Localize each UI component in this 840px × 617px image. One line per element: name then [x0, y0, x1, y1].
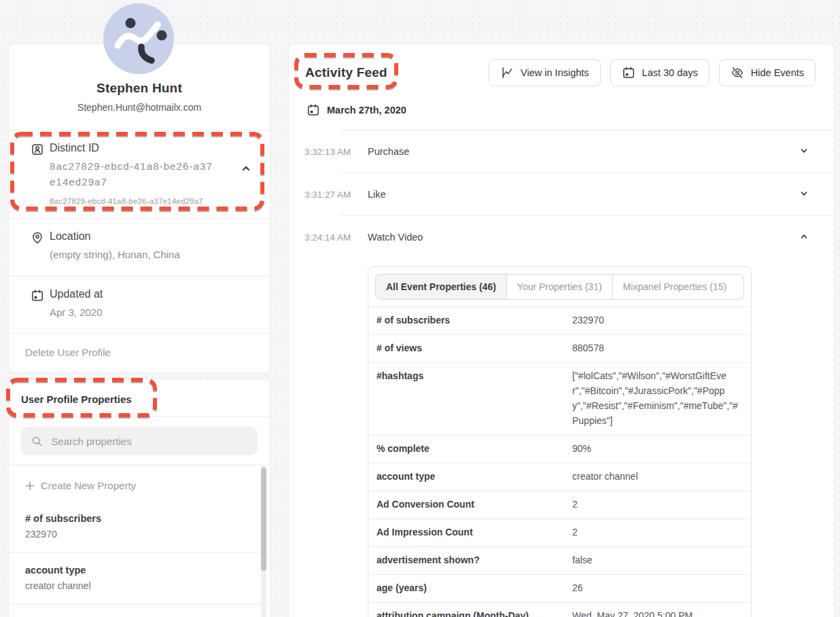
- event-property-row: # of subscribers 232970: [368, 306, 751, 334]
- property-list-item[interactable]: # of subscribers 232970: [9, 501, 270, 552]
- event-expand-button[interactable]: [797, 187, 811, 202]
- event-row-watch-video[interactable]: 3:24:14 AM Watch Video: [289, 216, 834, 258]
- event-time: 3:31:27 AM: [289, 190, 368, 200]
- event-property-value: 880578: [572, 341, 743, 356]
- updated-at-content: Updated at Apr 3, 2020: [50, 288, 103, 321]
- event-time: 3:32:13 AM: [289, 147, 368, 157]
- user-profile-properties-card: User Profile Properties Create New Prope…: [8, 378, 270, 617]
- view-in-insights-label: View in Insights: [521, 67, 589, 78]
- distinct-id-value: 8ac27829-ebcd-41a8-be26-a37e14ed29a7: [50, 159, 214, 190]
- insights-chart-icon: [500, 66, 514, 80]
- user-name: Stephen Hunt: [22, 81, 256, 96]
- location-section: Location (empty string), Hunan, China: [9, 219, 270, 276]
- user-profile-card: Stephen Hunt Stephen.Hunt@hotmailx.com D…: [8, 43, 270, 373]
- event-property-key: age (years): [377, 581, 572, 596]
- event-property-value: 232970: [572, 313, 743, 328]
- event-property-value: 2: [572, 525, 743, 540]
- event-property-value: 26: [572, 581, 743, 596]
- tab-mixpanel-properties[interactable]: Mixpanel Properties (15): [613, 275, 737, 299]
- id-badge-icon: [31, 142, 44, 205]
- event-name: Watch Video: [368, 232, 423, 243]
- event-property-row: age (years) 26: [368, 574, 751, 602]
- activity-feed-header: Activity Feed View in Insights Last 30 d…: [289, 44, 834, 86]
- property-name: account type: [25, 565, 243, 576]
- event-property-key: attribution campaign (Month-Day): [377, 609, 572, 617]
- event-property-value: false: [572, 553, 743, 568]
- user-email: Stephen.Hunt@hotmailx.com: [22, 102, 256, 113]
- event-property-key: #hashtags: [377, 369, 572, 384]
- tab-all-event-properties[interactable]: All Event Properties (46): [376, 275, 507, 299]
- distinct-id-subvalue: 8ac27829-ebcd-41a8-be26-a37e14ed29a7: [50, 197, 214, 205]
- distinct-id-content: Distinct ID 8ac27829-ebcd-41a8-be26-a37e…: [50, 142, 214, 205]
- hide-events-label: Hide Events: [751, 67, 804, 78]
- updated-at-section: Updated at Apr 3, 2020: [9, 277, 270, 334]
- divider: [9, 604, 270, 605]
- event-expand-button[interactable]: [797, 144, 811, 159]
- create-new-property-label: Create New Property: [41, 480, 136, 491]
- event-name: Purchase: [368, 146, 409, 157]
- activity-feed-actions: View in Insights Last 30 days Hide Event…: [489, 59, 816, 86]
- event-row-purchase[interactable]: 3:32:13 AM Purchase: [289, 130, 834, 173]
- activity-feed-card: Activity Feed View in Insights Last 30 d…: [288, 43, 835, 617]
- event-time: 3:24:14 AM: [289, 232, 368, 243]
- last-30-days-button[interactable]: Last 30 days: [610, 59, 710, 86]
- event-property-key: Ad Impression Count: [377, 525, 572, 540]
- event-collapse-button[interactable]: [797, 230, 811, 245]
- updated-at-label: Updated at: [50, 288, 103, 300]
- property-value: 232970: [25, 529, 243, 540]
- event-properties-panel: All Event Properties (46) Your Propertie…: [368, 266, 752, 617]
- properties-panel-title: User Profile Properties: [9, 379, 270, 417]
- chevron-up-icon: [241, 163, 251, 174]
- location-value: (empty string), Hunan, China: [50, 247, 180, 263]
- event-property-row: #hashtags ["#lolCats","#Wilson","#WorstG…: [368, 362, 751, 435]
- event-property-key: % complete: [377, 442, 572, 457]
- event-property-key: advertisement shown?: [377, 553, 572, 568]
- feed-date-row: March 27th, 2020: [289, 86, 834, 117]
- search-properties-input[interactable]: [50, 435, 247, 448]
- plus-icon: [25, 481, 35, 491]
- user-avatar: [103, 3, 174, 74]
- delete-user-profile-link[interactable]: Delete User Profile: [9, 334, 270, 372]
- event-property-key: account type: [377, 470, 572, 484]
- calendar-icon: [622, 66, 635, 80]
- chevron-down-icon: [799, 145, 809, 156]
- calendar-icon: [31, 288, 44, 321]
- property-list-item[interactable]: account type creator channel: [9, 553, 270, 604]
- event-property-row: Ad Impression Count 2: [368, 518, 751, 546]
- chevron-up-icon: [799, 231, 809, 242]
- feed-date-label: March 27th, 2020: [327, 105, 406, 116]
- location-pin-icon: [31, 230, 44, 263]
- event-property-row: # of views 880578: [368, 334, 751, 362]
- mixpanel-user-profile-page: { "profile": { "name": "Stephen Hunt", "…: [0, 0, 840, 617]
- properties-scrollbar-thumb[interactable]: [261, 468, 266, 571]
- event-row-like[interactable]: 3:31:27 AM Like: [289, 173, 834, 215]
- create-new-property-button[interactable]: Create New Property: [9, 465, 270, 501]
- property-name: # of subscribers: [25, 513, 243, 524]
- event-property-key: # of subscribers: [377, 313, 572, 328]
- hide-events-button[interactable]: Hide Events: [719, 59, 816, 86]
- event-name: Like: [368, 189, 386, 200]
- distinct-id-section: Distinct ID 8ac27829-ebcd-41a8-be26-a37e…: [9, 130, 270, 218]
- properties-list: Create New Property # of subscribers 232…: [9, 465, 270, 605]
- event-property-key: # of views: [377, 341, 572, 356]
- event-property-value: Wed, May 27, 2020 5:00 PM: [572, 609, 743, 617]
- distinct-id-label: Distinct ID: [50, 142, 214, 154]
- event-property-value: creator channel: [572, 470, 743, 484]
- event-property-value: 2: [572, 497, 743, 512]
- view-in-insights-button[interactable]: View in Insights: [489, 59, 600, 86]
- eye-off-icon: [731, 66, 744, 80]
- last-30-days-label: Last 30 days: [642, 67, 698, 78]
- event-property-row: account type creator channel: [368, 463, 751, 491]
- activity-feed-title: Activity Feed: [305, 65, 387, 80]
- event-property-value: ["#lolCats","#Wilson","#WorstGiftEver","…: [572, 369, 743, 429]
- event-property-key: Ad Conversion Count: [377, 497, 572, 512]
- tab-your-properties[interactable]: Your Properties (31): [507, 275, 613, 299]
- distinct-id-collapse-button[interactable]: [239, 162, 253, 177]
- event-properties-tabs: All Event Properties (46) Your Propertie…: [375, 274, 744, 300]
- search-properties-box[interactable]: [21, 427, 258, 455]
- calendar-icon: [307, 103, 320, 117]
- event-property-value: 90%: [572, 442, 743, 457]
- updated-at-value: Apr 3, 2020: [50, 305, 103, 321]
- property-value: creator channel: [25, 580, 243, 591]
- event-property-row: Ad Conversion Count 2: [368, 491, 751, 518]
